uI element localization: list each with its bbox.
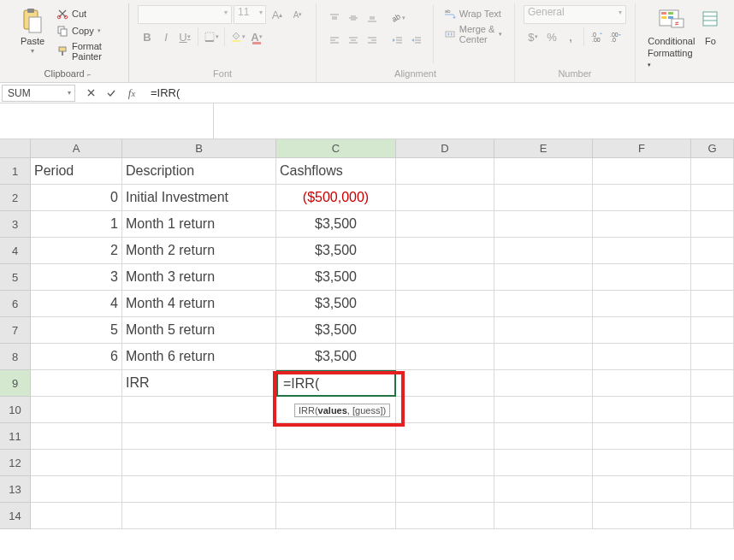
cell-B7[interactable]: Month 5 return <box>122 317 276 344</box>
increase-font-button[interactable]: A▴ <box>268 5 287 24</box>
cell-F11[interactable] <box>593 423 691 450</box>
cell-D12[interactable] <box>396 450 494 476</box>
cell-F14[interactable] <box>593 503 691 529</box>
formula-input[interactable]: =IRR( <box>145 86 734 99</box>
font-color-button[interactable]: A▾ <box>247 27 266 46</box>
font-name-select[interactable]: ▾ <box>138 5 232 24</box>
cell-B14[interactable] <box>122 503 276 529</box>
cell-D2[interactable] <box>396 185 494 211</box>
spreadsheet-grid[interactable]: ABCDEFG1PeriodDescriptionCashflows20Init… <box>0 139 734 529</box>
currency-button[interactable]: $▾ <box>524 27 542 46</box>
cell-F4[interactable] <box>593 238 691 264</box>
border-button[interactable]: ▾ <box>202 27 221 46</box>
row-header-3[interactable]: 3 <box>0 211 31 238</box>
name-box[interactable]: SUM <box>2 85 75 102</box>
cell-B8[interactable]: Month 6 return <box>122 344 276 370</box>
cell-D6[interactable] <box>396 291 494 317</box>
cell-C9[interactable]: =IRR( <box>276 370 396 397</box>
cell-A7[interactable]: 5 <box>31 317 122 344</box>
select-all-corner[interactable] <box>0 139 31 158</box>
cell-D9[interactable] <box>396 370 494 397</box>
percent-button[interactable]: % <box>542 27 561 46</box>
cell-F9[interactable] <box>593 370 691 397</box>
insert-function-button[interactable]: fx <box>121 84 142 103</box>
cell-B5[interactable]: Month 3 return <box>122 264 276 291</box>
col-header-G[interactable]: G <box>691 139 734 158</box>
cell-D5[interactable] <box>396 264 494 291</box>
cell-E2[interactable] <box>494 185 593 211</box>
increase-indent-button[interactable] <box>407 31 426 50</box>
cell-A4[interactable]: 2 <box>31 238 122 264</box>
cell-A14[interactable] <box>31 503 122 529</box>
cell-C5[interactable]: $3,500 <box>276 264 396 291</box>
bold-button[interactable]: B <box>138 27 157 46</box>
cell-D1[interactable] <box>396 158 494 185</box>
cell-C2[interactable]: ($500,000) <box>276 185 396 211</box>
col-header-C[interactable]: C <box>276 139 396 158</box>
format-painter-button[interactable]: Format Painter <box>53 39 120 63</box>
cell-D3[interactable] <box>396 211 494 238</box>
cell-C11[interactable] <box>276 423 396 450</box>
cell-G7[interactable] <box>691 317 734 344</box>
decrease-decimal-button[interactable]: .00.0 <box>607 27 625 46</box>
row-header-7[interactable]: 7 <box>0 317 31 344</box>
row-header-14[interactable]: 14 <box>0 503 31 529</box>
align-top-button[interactable] <box>325 9 344 27</box>
cell-C6[interactable]: $3,500 <box>276 291 396 317</box>
cell-E6[interactable] <box>494 291 593 317</box>
col-header-E[interactable]: E <box>494 139 593 158</box>
cell-F13[interactable] <box>593 476 691 503</box>
cell-D7[interactable] <box>396 317 494 344</box>
cell-G9[interactable] <box>691 370 734 397</box>
cell-A12[interactable] <box>31 450 122 476</box>
wrap-text-button[interactable]: ab Wrap Text <box>441 5 506 22</box>
cell-C12[interactable] <box>276 450 396 476</box>
cell-E13[interactable] <box>494 476 593 503</box>
cell-A2[interactable]: 0 <box>31 185 122 211</box>
cut-button[interactable]: Cut <box>53 5 120 22</box>
cell-D8[interactable] <box>396 344 494 370</box>
cell-D4[interactable] <box>396 238 494 264</box>
cell-F7[interactable] <box>593 317 691 344</box>
row-header-6[interactable]: 6 <box>0 291 31 317</box>
merge-center-button[interactable]: Merge & Center ▾ <box>441 22 506 46</box>
cell-G8[interactable] <box>691 344 734 370</box>
col-header-A[interactable]: A <box>31 139 122 158</box>
cell-C4[interactable]: $3,500 <box>276 238 396 264</box>
cell-G2[interactable] <box>691 185 734 211</box>
cell-A9[interactable] <box>31 370 122 397</box>
cell-B4[interactable]: Month 2 return <box>122 238 276 264</box>
cell-A11[interactable] <box>31 423 122 450</box>
cell-C3[interactable]: $3,500 <box>276 211 396 238</box>
cell-C14[interactable] <box>276 503 396 529</box>
cell-F2[interactable] <box>593 185 691 211</box>
cell-G12[interactable] <box>691 450 734 476</box>
cell-B10[interactable] <box>122 397 276 423</box>
paste-button[interactable]: Paste ▼ <box>15 5 50 56</box>
cell-F8[interactable] <box>593 344 691 370</box>
cell-F1[interactable] <box>593 158 691 185</box>
cell-E12[interactable] <box>494 450 593 476</box>
cell-G10[interactable] <box>691 397 734 423</box>
cell-B13[interactable] <box>122 476 276 503</box>
cell-A8[interactable]: 6 <box>31 344 122 370</box>
cell-G1[interactable] <box>691 158 734 185</box>
row-header-12[interactable]: 12 <box>0 450 31 476</box>
cell-B9[interactable]: IRR <box>122 370 276 397</box>
cell-B1[interactable]: Description <box>122 158 276 185</box>
cell-B12[interactable] <box>122 450 276 476</box>
cell-G6[interactable] <box>691 291 734 317</box>
cell-C7[interactable]: $3,500 <box>276 317 396 344</box>
row-header-2[interactable]: 2 <box>0 185 31 211</box>
cell-E1[interactable] <box>494 158 593 185</box>
col-header-D[interactable]: D <box>396 139 494 158</box>
cell-G3[interactable] <box>691 211 734 238</box>
align-middle-button[interactable] <box>344 9 363 27</box>
cell-E11[interactable] <box>494 423 593 450</box>
fill-color-button[interactable]: ▾ <box>228 27 247 46</box>
cell-G5[interactable] <box>691 264 734 291</box>
cell-D13[interactable] <box>396 476 494 503</box>
format-as-table-button[interactable]: Fo <box>702 5 719 48</box>
cell-C1[interactable]: Cashflows <box>276 158 396 185</box>
conditional-formatting-button[interactable]: ≠ Conditional Formatting ▾ <box>644 5 699 70</box>
